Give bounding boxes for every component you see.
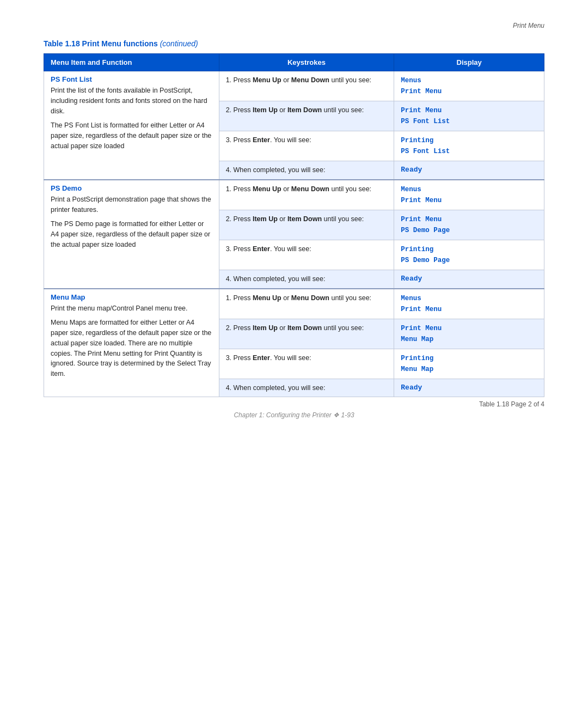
menu-item-name: Menu Map <box>51 293 212 301</box>
menu-item-desc: Print the list of the fonts available in… <box>51 86 212 116</box>
keystroke-cell: 1. Press Menu Up or Menu Down until you … <box>219 71 394 101</box>
menu-item-desc: Print a PostScript demonstration page th… <box>51 194 212 215</box>
table-title-continued: (continued) <box>160 39 198 48</box>
display-value: PrintingPS Demo Page <box>401 246 450 264</box>
keystroke-cell: 4. When completed, you will see: <box>219 161 394 180</box>
display-value: MenusPrint Menu <box>401 77 442 95</box>
display-cell: Print MenuPS Font List <box>394 101 544 131</box>
display-cell: PrintingPS Demo Page <box>394 240 544 270</box>
ready-text: Ready <box>401 384 422 392</box>
keystroke-cell: 1. Press Menu Up or Menu Down until you … <box>219 180 394 210</box>
menu-item-cell: PS DemoPrint a PostScript demonstration … <box>44 180 219 289</box>
keystroke-cell: 1. Press Menu Up or Menu Down until you … <box>219 289 394 319</box>
display-value: Print MenuPS Demo Page <box>401 216 450 234</box>
table-footer-text: Table 1.18 Page 2 of 4 <box>479 400 544 408</box>
table-row: PS Font ListPrint the list of the fonts … <box>44 71 544 101</box>
display-value: MenusPrint Menu <box>401 295 442 313</box>
menu-item-cell: PS Font ListPrint the list of the fonts … <box>44 71 219 180</box>
menu-item-name: PS Font List <box>51 75 212 83</box>
keystroke-cell: 2. Press Item Up or Item Down until you … <box>219 101 394 131</box>
ready-text: Ready <box>401 166 422 174</box>
menu-item-name: PS Demo <box>51 184 212 192</box>
main-table: Menu Item and Function Keystrokes Displa… <box>44 53 544 397</box>
display-value: PrintingMenu Map <box>401 355 433 373</box>
display-value: Print MenuMenu Map <box>401 325 442 343</box>
keystroke-cell: 2. Press Item Up or Item Down until you … <box>219 319 394 349</box>
display-value: PrintingPS Font List <box>401 137 450 155</box>
menu-item-desc: Print the menu map/Control Panel menu tr… <box>51 303 212 314</box>
table-footer: Table 1.18 Page 2 of 4 <box>44 400 544 408</box>
keystroke-cell: 3. Press Enter. You will see: <box>219 240 394 270</box>
keystroke-cell: 3. Press Enter. You will see: <box>219 349 394 379</box>
display-value: MenusPrint Menu <box>401 186 442 204</box>
ready-text: Ready <box>401 275 422 283</box>
page-header: Print Menu <box>44 22 544 29</box>
col-header-menu: Menu Item and Function <box>44 54 219 71</box>
table-header-row: Menu Item and Function Keystrokes Displa… <box>44 54 544 71</box>
header-title: Print Menu <box>513 22 544 29</box>
page: Print Menu Table 1.18 Print Menu functio… <box>0 0 588 441</box>
menu-item-desc: The PS Demo page is formatted for either… <box>51 219 212 249</box>
display-cell: MenusPrint Menu <box>394 289 544 319</box>
page-footer: Chapter 1: Configuring the Printer ❖ 1-9… <box>0 411 588 419</box>
col-header-display: Display <box>394 54 544 71</box>
keystroke-cell: 2. Press Item Up or Item Down until you … <box>219 210 394 240</box>
display-cell: MenusPrint Menu <box>394 71 544 101</box>
menu-item-desc: Menu Maps are formatted for either Lette… <box>51 318 212 379</box>
table-title: Table 1.18 Print Menu functions (continu… <box>44 39 544 48</box>
menu-item-cell: Menu MapPrint the menu map/Control Panel… <box>44 289 219 397</box>
display-cell: Print MenuPS Demo Page <box>394 210 544 240</box>
table-row: Menu MapPrint the menu map/Control Panel… <box>44 289 544 319</box>
display-cell: Ready <box>394 270 544 288</box>
table-title-text: Table 1.18 Print Menu functions <box>44 39 158 48</box>
menu-item-desc: The PS Font List is formatted for either… <box>51 120 212 151</box>
display-cell: Ready <box>394 379 544 397</box>
display-cell: PrintingMenu Map <box>394 349 544 379</box>
display-cell: Ready <box>394 161 544 180</box>
col-header-keystrokes: Keystrokes <box>219 54 394 71</box>
display-value: Print MenuPS Font List <box>401 107 450 125</box>
display-cell: MenusPrint Menu <box>394 180 544 210</box>
table-row: PS DemoPrint a PostScript demonstration … <box>44 180 544 210</box>
display-cell: Print MenuMenu Map <box>394 319 544 349</box>
keystroke-cell: 4. When completed, you will see: <box>219 379 394 397</box>
keystroke-cell: 4. When completed, you will see: <box>219 270 394 288</box>
keystroke-cell: 3. Press Enter. You will see: <box>219 131 394 161</box>
page-footer-text: Chapter 1: Configuring the Printer ❖ 1-9… <box>234 411 354 419</box>
display-cell: PrintingPS Font List <box>394 131 544 161</box>
